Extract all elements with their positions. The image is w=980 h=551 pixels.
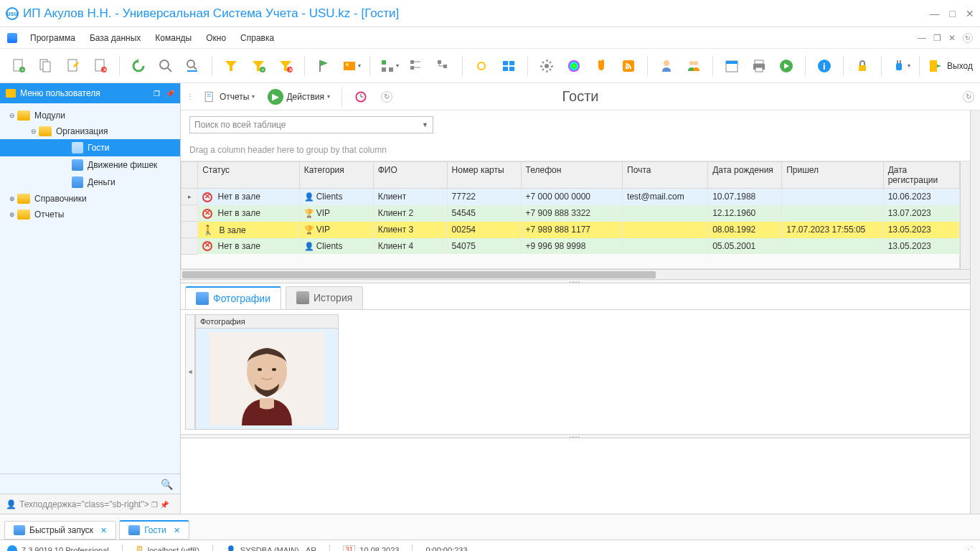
sidebar-dock-icon[interactable]: ❐	[154, 90, 160, 98]
close-icon[interactable]: ✕	[174, 526, 180, 535]
col-email[interactable]: Почта	[623, 162, 708, 189]
color-button[interactable]	[562, 55, 585, 77]
vertical-scrollbar[interactable]	[960, 161, 970, 269]
sub-right-button[interactable]: ↻	[963, 91, 974, 103]
tree-add-button[interactable]: ▾	[377, 55, 400, 77]
filter-button[interactable]	[220, 55, 242, 77]
close-icon[interactable]: ✕	[100, 526, 107, 535]
book-icon	[128, 525, 140, 535]
lock-button[interactable]	[851, 55, 874, 77]
cell-status: Нет в зале	[198, 238, 300, 255]
svg-line-10	[168, 68, 171, 72]
exit-button[interactable]: Выход	[927, 57, 973, 75]
tree-refs[interactable]: ⊕Справочники	[0, 191, 180, 207]
table-row[interactable]: 🚶 В зале🏆VIPКлиент 300254+7 989 888 1177…	[182, 222, 960, 238]
col-came[interactable]: Пришел	[782, 162, 884, 189]
support-pin-icon[interactable]: 📌	[160, 501, 169, 509]
group-by-hint[interactable]: Drag a column header here to group by th…	[181, 139, 970, 161]
clock-button[interactable]	[349, 88, 372, 106]
filter-add-button[interactable]: +	[247, 55, 270, 77]
calendar-button[interactable]	[720, 55, 743, 77]
menu-database[interactable]: База данных	[84, 31, 146, 45]
support-dock-icon[interactable]: ❐	[151, 501, 158, 509]
tree-modules[interactable]: ⊖Модули	[0, 108, 180, 123]
col-card[interactable]: Номер карты	[447, 162, 521, 189]
sub-refresh-button[interactable]: ↻	[377, 89, 397, 105]
menu-program[interactable]: Программа	[24, 31, 81, 45]
tree-collapse-button[interactable]	[405, 55, 428, 77]
tab-guests-bottom[interactable]: Гости ✕	[119, 520, 189, 540]
svg-rect-45	[726, 61, 738, 64]
inner-help-button[interactable]: ↻	[963, 33, 973, 43]
refresh-button[interactable]	[127, 55, 150, 77]
col-fio[interactable]: ФИО	[373, 162, 447, 189]
table-row[interactable]: Нет в зале🏆VIPКлиент 254545+7 909 888 33…	[182, 205, 960, 222]
table-row[interactable]: ▸ Нет в зале👤ClientsКлиент77722+7 000 00…	[182, 189, 960, 205]
col-reg[interactable]: Дата регистрации	[883, 162, 959, 189]
splitter-bottom[interactable]: ••••	[181, 434, 970, 438]
horizontal-scrollbar[interactable]	[181, 269, 970, 279]
minimize-button[interactable]: —	[930, 8, 940, 19]
sub-menu-icon[interactable]: ⋮	[187, 93, 194, 100]
actions-dropdown[interactable]: ▶ Действия▾	[263, 87, 334, 107]
delete-doc-button[interactable]: ✕	[89, 55, 112, 77]
small-circle-button[interactable]	[470, 55, 493, 77]
print-button[interactable]	[748, 55, 771, 77]
tree-organization[interactable]: ⊖Организация	[0, 123, 180, 139]
col-status[interactable]: Статус	[198, 162, 300, 189]
sidebar-title: Меню пользователя	[20, 88, 100, 98]
image-button[interactable]: ▾	[339, 55, 362, 77]
reports-dropdown[interactable]: Отчеты▾	[198, 88, 259, 106]
filter-clear-button[interactable]: ✕	[274, 55, 297, 77]
rss-button[interactable]	[617, 55, 640, 77]
new-doc-button[interactable]: +	[7, 55, 30, 77]
svg-point-40	[626, 67, 628, 69]
chevron-down-icon[interactable]: ▼	[422, 121, 428, 128]
tree-reports[interactable]: ⊕Отчеты	[0, 207, 180, 222]
close-button[interactable]: ✕	[966, 8, 974, 19]
menu-help[interactable]: Справка	[235, 31, 280, 45]
menu-commands[interactable]: Команды	[149, 31, 197, 45]
row-indicator-header	[182, 162, 198, 189]
search-list-button[interactable]	[182, 55, 204, 77]
search-icon[interactable]: 🔍	[161, 479, 173, 490]
status-user: SYSDBA (MAIN) - AR	[240, 546, 316, 552]
tree-expand-button[interactable]	[432, 55, 455, 77]
window-controls: — □ ✕	[930, 8, 974, 19]
tab-history[interactable]: История	[286, 286, 363, 309]
col-birth[interactable]: Дата рождения	[708, 162, 782, 189]
tree-money[interactable]: Деньги	[0, 174, 180, 191]
copy-doc-button[interactable]	[34, 55, 57, 77]
info-button[interactable]: i	[813, 55, 836, 77]
table-row[interactable]: Нет в зале👤ClientsКлиент 454075+9 996 98…	[182, 238, 960, 255]
user-button[interactable]	[655, 55, 678, 77]
search-button[interactable]	[154, 55, 177, 77]
edit-doc-button[interactable]	[62, 55, 85, 77]
search-input[interactable]: Поиск по всей таблице ▼	[189, 116, 433, 133]
menu-window[interactable]: Окно	[200, 31, 232, 45]
go-button[interactable]	[775, 55, 798, 77]
hand-button[interactable]	[590, 55, 613, 77]
flag-button[interactable]	[312, 55, 335, 77]
tab-quickstart[interactable]: Быстрый запуск ✕	[4, 521, 116, 540]
resize-grip[interactable]: ⋰	[965, 545, 973, 551]
support-bar[interactable]: 👤 Техподдержка ="class="sb-right"> ❐ 📌	[0, 494, 180, 514]
users-button[interactable]	[682, 55, 705, 77]
col-category[interactable]: Категория	[299, 162, 373, 189]
col-phone[interactable]: Телефон	[521, 162, 623, 189]
tree-chips[interactable]: Движение фишек	[0, 156, 180, 174]
photo-prev-button[interactable]: ◄	[185, 314, 195, 430]
tab-photos[interactable]: Фотографии	[185, 286, 281, 309]
grid-view-button[interactable]	[497, 55, 520, 77]
settings-button[interactable]	[535, 55, 558, 77]
inner-minimize-button[interactable]: —	[918, 33, 926, 43]
photo-card[interactable]: Фотография	[195, 314, 339, 430]
tree-guests[interactable]: Гости	[0, 139, 180, 156]
maximize-button[interactable]: □	[950, 8, 956, 19]
exit-label: Выход	[947, 61, 973, 71]
inner-close-button[interactable]: ✕	[948, 33, 956, 43]
panel-scrollbar[interactable]	[970, 110, 980, 514]
inner-restore-button[interactable]: ❐	[933, 33, 941, 43]
plug-button[interactable]: ▾	[889, 55, 912, 77]
sidebar-pin-icon[interactable]: 📌	[166, 90, 174, 98]
